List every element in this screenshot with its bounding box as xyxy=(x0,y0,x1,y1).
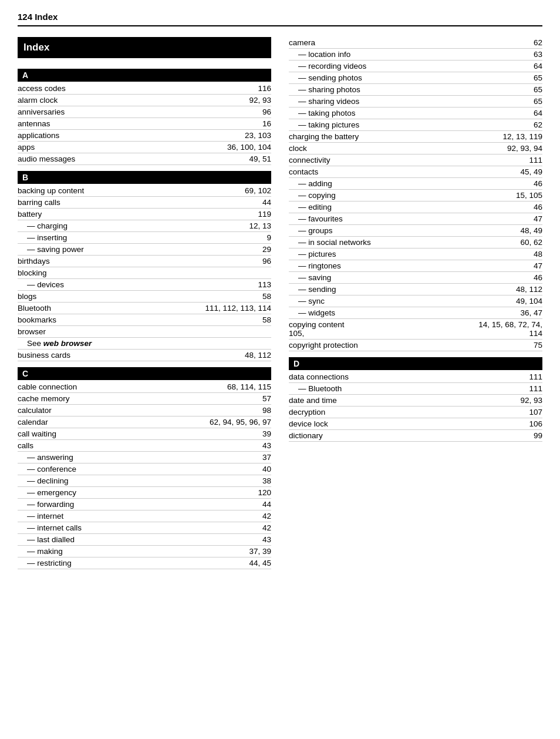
list-item: — recording videos64 xyxy=(289,61,542,72)
list-item: — inserting9 xyxy=(18,232,271,244)
list-item: battery119 xyxy=(18,209,271,220)
list-item: contacts45, 49 xyxy=(289,166,542,178)
list-item: access codes116 xyxy=(18,83,271,95)
list-item: — groups48, 49 xyxy=(289,225,542,237)
list-item: clock92, 93, 94 xyxy=(289,143,542,154)
list-item: blogs58 xyxy=(18,291,271,303)
list-item: — sharing photos65 xyxy=(289,84,542,96)
list-item: dictionary99 xyxy=(289,430,542,442)
list-item: — internet calls42 xyxy=(18,522,271,534)
list-item: — ringtones47 xyxy=(289,260,542,272)
list-item: — in social networks60, 62 xyxy=(289,237,542,248)
list-item: calendar62, 94, 95, 96, 97 xyxy=(18,416,271,428)
list-item: — saving46 xyxy=(289,272,542,284)
list-item: — editing46 xyxy=(289,201,542,213)
left-column: Index A access codes116 alarm clock92, 9… xyxy=(18,37,271,569)
page-header: 124 Index xyxy=(18,12,542,26)
list-item: connectivity111 xyxy=(289,154,542,166)
list-item: — making37, 39 xyxy=(18,546,271,557)
list-item: backing up content69, 102 xyxy=(18,185,271,197)
list-item: Bluetooth111, 112, 113, 114 xyxy=(18,303,271,314)
list-item: — restricting44, 45 xyxy=(18,557,271,569)
list-item: — pictures48 xyxy=(289,248,542,260)
list-item: — devices113 xyxy=(18,279,271,291)
list-item: — taking pictures62 xyxy=(289,119,542,131)
list-item: — widgets36, 47 xyxy=(289,307,542,319)
section-header-c: C xyxy=(18,367,271,380)
list-item: — location info63 xyxy=(289,49,542,61)
list-item: — sync49, 104 xyxy=(289,295,542,307)
list-item: audio messages49, 51 xyxy=(18,153,271,165)
list-item: — answering37 xyxy=(18,452,271,463)
list-item: charging the battery12, 13, 119 xyxy=(289,131,542,143)
list-item: blocking xyxy=(18,267,271,279)
list-item: copyright protection75 xyxy=(289,340,542,351)
list-item: barring calls44 xyxy=(18,197,271,209)
list-item: decryption107 xyxy=(289,407,542,418)
list-item: data connections111 xyxy=(289,371,542,383)
list-item: — sharing videos65 xyxy=(289,96,542,108)
list-item: apps36, 100, 104 xyxy=(18,142,271,153)
list-item: copying content 14, 15, 68, 72, 74, 105,… xyxy=(289,319,542,340)
list-item: — copying15, 105 xyxy=(289,190,542,201)
list-item: applications23, 103 xyxy=(18,130,271,142)
right-column: camera62 — location info63 — recording v… xyxy=(289,37,542,569)
list-item: See web browser xyxy=(18,338,271,350)
list-item: — adding46 xyxy=(289,178,542,190)
list-item: — saving power29 xyxy=(18,244,271,256)
list-item: device lock106 xyxy=(289,418,542,430)
list-item: — forwarding44 xyxy=(18,499,271,510)
list-item: antennas16 xyxy=(18,118,271,130)
list-item: — internet42 xyxy=(18,510,271,522)
list-item: anniversaries96 xyxy=(18,106,271,118)
list-item: cache memory57 xyxy=(18,393,271,405)
list-item: — taking photos64 xyxy=(289,108,542,119)
list-item: — declining38 xyxy=(18,475,271,487)
list-item: — sending48, 112 xyxy=(289,284,542,295)
list-item: camera62 xyxy=(289,37,542,49)
section-header-d: D xyxy=(289,357,542,370)
list-item: calls43 xyxy=(18,440,271,452)
section-header-a: A xyxy=(18,69,271,82)
list-item: browser xyxy=(18,326,271,338)
list-item: call waiting39 xyxy=(18,428,271,440)
section-header-b: B xyxy=(18,171,271,184)
list-item: bookmarks58 xyxy=(18,314,271,326)
list-item: — sending photos65 xyxy=(289,72,542,84)
list-item: — last dialled43 xyxy=(18,534,271,546)
page-header-text: 124 Index xyxy=(18,12,58,22)
list-item: — conference40 xyxy=(18,463,271,475)
list-item: date and time92, 93 xyxy=(289,395,542,407)
list-item: alarm clock92, 93 xyxy=(18,95,271,106)
list-item: — favourites47 xyxy=(289,213,542,225)
list-item: birthdays96 xyxy=(18,256,271,267)
index-title: Index xyxy=(18,37,271,58)
list-item: calculator98 xyxy=(18,405,271,416)
list-item: cable connection68, 114, 115 xyxy=(18,381,271,393)
list-item: — emergency120 xyxy=(18,487,271,499)
list-item: — Bluetooth111 xyxy=(289,383,542,395)
list-item: — charging12, 13 xyxy=(18,220,271,232)
list-item: business cards48, 112 xyxy=(18,350,271,361)
